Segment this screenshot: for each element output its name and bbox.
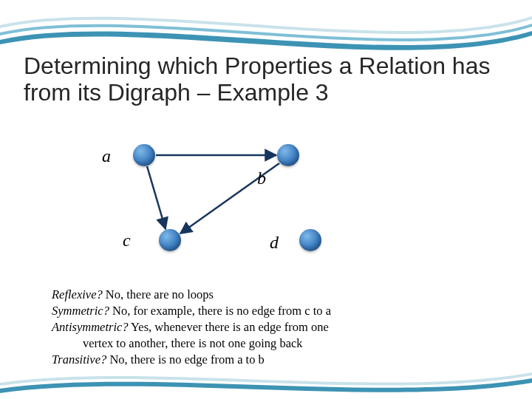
symmetric-line: Symmetric? No, for example, there is no … [52, 303, 488, 318]
transitive-question: Transitive? [52, 352, 106, 366]
vertex-d-label: d [270, 233, 279, 253]
antisymmetric-question: Antisymmetric? [52, 320, 129, 334]
decorative-top-curve [0, 0, 532, 59]
slide-title: Determining which Properties a Relation … [24, 53, 508, 106]
symmetric-question: Symmetric? [52, 304, 109, 318]
vertex-d-node [299, 229, 321, 251]
reflexive-line: Reflexive? No, there are no loops [52, 287, 488, 302]
digraph: a b c d [74, 133, 369, 273]
digraph-edges [74, 133, 369, 273]
answers-block: Reflexive? No, there are no loops Symmet… [52, 287, 488, 369]
transitive-line: Transitive? No, there is no edge from a … [52, 352, 488, 367]
vertex-b-label: b [257, 168, 266, 188]
vertex-c-label: c [123, 231, 131, 250]
svg-line-1 [147, 166, 166, 229]
antisymmetric-answer: Yes, whenever there is an edge from one [129, 320, 329, 334]
reflexive-answer: No, there are no loops [103, 287, 214, 301]
vertex-a-label: a [102, 146, 111, 166]
vertex-c-node [159, 229, 181, 251]
antisymmetric-line: Antisymmetric? Yes, whenever there is an… [52, 319, 488, 335]
transitive-answer: No, there is no edge from a to b [106, 352, 265, 366]
vertex-b-node [277, 144, 299, 166]
antisymmetric-answer-2: vertex to another, there is not one goin… [83, 336, 303, 350]
reflexive-question: Reflexive? [52, 287, 103, 301]
antisymmetric-line-2: vertex to another, there is not one goin… [52, 335, 488, 351]
vertex-a-node [133, 144, 155, 166]
symmetric-answer: No, for example, there is no edge from c… [109, 304, 331, 318]
